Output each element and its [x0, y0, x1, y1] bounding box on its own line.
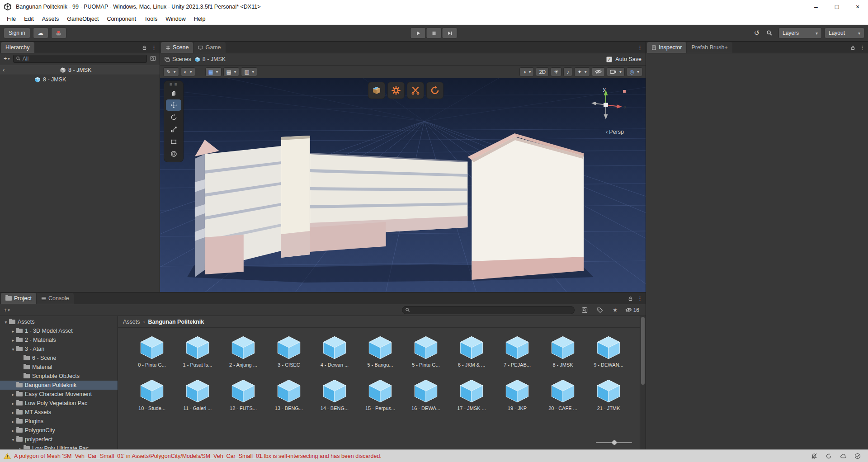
tree-row[interactable]: ▸ PolygonCity [0, 426, 118, 435]
asset-item[interactable]: 3 - CISEC [267, 334, 311, 368]
panel-menu-icon[interactable]: ⋮ [859, 44, 865, 51]
prefab-brush-erase-button[interactable] [407, 82, 424, 99]
2d-toggle-button[interactable]: 2D [536, 67, 549, 76]
foldout-arrow-icon[interactable]: ▾ [10, 347, 16, 352]
foldout-arrow-icon[interactable]: ▾ [10, 437, 16, 442]
open-in-search-icon[interactable] [579, 306, 590, 315]
asset-item[interactable]: 2 - Anjung ... [221, 334, 265, 368]
grid-snap-dropdown[interactable]: ▥ ▾ [241, 67, 257, 76]
tree-row[interactable]: 6 - Scene [0, 354, 118, 363]
lock-icon[interactable] [850, 45, 855, 50]
rect-tool-button[interactable] [166, 136, 181, 147]
minimize-button[interactable]: – [806, 0, 826, 14]
asset-item[interactable]: 5 - Pintu G... [404, 334, 448, 368]
asset-item[interactable]: 11 - Galeri ... [175, 377, 220, 411]
menu-item[interactable]: Window [161, 14, 189, 24]
cloud-services-button[interactable]: ☁ [33, 28, 48, 38]
draw-mode-dropdown[interactable]: ◐ ▾ [181, 67, 195, 76]
menu-item[interactable]: Tools [140, 14, 161, 24]
tool-settings-dropdown[interactable]: ✎ ▾ [163, 67, 179, 76]
asset-item[interactable]: 17 - JMSK ... [449, 377, 494, 411]
menu-item[interactable]: Edit [20, 14, 38, 24]
foldout-arrow-icon[interactable]: ▸ [10, 410, 16, 415]
asset-item[interactable]: 5 - Bangu... [358, 334, 402, 368]
status-bar[interactable]: A polygon of Mesh 'SM_Veh_Car_Small_01' … [0, 449, 868, 462]
scrollbar-thumb[interactable] [641, 317, 645, 385]
tab-hierarchy[interactable]: Hierarchy [1, 42, 34, 53]
hidden-count-badge[interactable]: 16 [625, 307, 639, 313]
hierarchy-body[interactable]: ‹ 8 - JMSK [0, 64, 160, 292]
grid-visibility-dropdown[interactable]: ▦ ▾ [205, 67, 222, 76]
tree-row[interactable]: ▸ Low Poly Vegetation Pac [0, 399, 118, 408]
asset-item[interactable]: 8 - JMSK [541, 334, 585, 368]
asset-item[interactable]: 13 - BENG... [267, 377, 311, 411]
menu-item[interactable]: GameObject [63, 14, 103, 24]
sign-in-button[interactable]: Sign in [4, 28, 30, 38]
asset-grid[interactable]: 0 - Pintu G... [118, 328, 646, 449]
tree-row[interactable]: ▸ Plugins [0, 417, 118, 426]
label-icon[interactable] [594, 306, 605, 315]
create-asset-button[interactable]: + ▾ [2, 307, 11, 313]
close-button[interactable]: × [847, 0, 868, 14]
thumbnail-zoom-slider[interactable] [596, 440, 632, 445]
hierarchy-search-input[interactable]: All [13, 55, 147, 63]
tab-scene[interactable]: Scene [161, 42, 193, 53]
asset-item[interactable]: 21 - JTMK [586, 377, 631, 411]
prefab-brush-settings-button[interactable] [387, 82, 405, 99]
foldout-arrow-icon[interactable]: ▸ [10, 428, 16, 433]
menu-item[interactable]: Assets [38, 14, 63, 24]
shading-dropdown[interactable]: ◑ ▾ [519, 67, 534, 76]
undo-history-button[interactable]: ↺ [750, 28, 763, 38]
asset-item[interactable]: 20 - CAFE ... [541, 377, 585, 411]
pause-button[interactable] [426, 28, 442, 38]
gizmos-dropdown[interactable]: ◎ ▾ [627, 67, 642, 76]
tab-project[interactable]: Project [1, 293, 36, 304]
tree-row[interactable]: ▾ polyperfect [0, 435, 118, 444]
asset-item[interactable]: 0 - Pintu G... [130, 334, 174, 368]
panel-menu-icon[interactable]: ⋮ [637, 44, 643, 51]
scenes-button[interactable]: Scenes [164, 56, 191, 62]
play-button[interactable] [410, 28, 426, 38]
scene-viewport[interactable]: ≡ ≡ [160, 78, 646, 292]
scene-visibility-toggle[interactable] [592, 67, 605, 76]
asset-item[interactable]: 6 - JKM & ... [449, 334, 494, 368]
foldout-arrow-icon[interactable]: ▸ [10, 392, 16, 397]
asset-item[interactable]: 19 - JKP [495, 377, 539, 411]
step-button[interactable] [442, 28, 458, 38]
scene-lighting-toggle[interactable]: ☀ [551, 67, 561, 76]
panel-menu-icon[interactable]: ⋮ [151, 44, 157, 51]
notifications-muted-icon[interactable] [810, 452, 818, 460]
lock-icon[interactable] [142, 45, 147, 50]
move-tool-button[interactable] [166, 99, 181, 111]
tab-console[interactable]: Console [37, 293, 74, 304]
add-gameobject-button[interactable]: + ▾ [2, 56, 11, 62]
hierarchy-item[interactable]: 8 - JMSK [0, 75, 160, 84]
asset-item[interactable]: 4 - Dewan ... [312, 334, 357, 368]
hand-tool-button[interactable] [166, 87, 181, 99]
menu-item[interactable]: Component [103, 14, 140, 24]
tree-row[interactable]: Scriptable ObJects [0, 372, 118, 381]
foldout-arrow-icon[interactable]: ▸ [10, 419, 16, 424]
transform-tool-button[interactable] [166, 148, 181, 160]
collapse-chevron-icon[interactable]: ‹ [3, 66, 5, 73]
search-button[interactable] [763, 28, 776, 38]
perspective-toggle[interactable]: ‹ Persp [606, 129, 624, 135]
tree-row[interactable]: ▸ Easy Character Movement [0, 390, 118, 399]
project-folder-tree[interactable]: ▾ Assets ▸ 1 - 3D Model Asset ▸ [0, 316, 118, 449]
tab-inspector[interactable]: Inspector [647, 42, 686, 53]
scale-tool-button[interactable] [166, 124, 181, 135]
tree-row[interactable]: ▾ 3 - Atan [0, 344, 118, 354]
camera-settings-dropdown[interactable]: ▾ [607, 67, 625, 76]
project-search-input[interactable] [402, 306, 575, 314]
asset-item[interactable]: 16 - DEWA... [404, 377, 448, 411]
tree-row[interactable]: ▸ MT Assets [0, 408, 118, 417]
foldout-arrow-icon[interactable]: ▸ [10, 338, 16, 343]
tree-row[interactable]: ▾ Assets [0, 317, 118, 326]
menu-item[interactable]: File [3, 14, 20, 24]
prefab-brush-place-button[interactable] [368, 82, 385, 99]
tree-row[interactable]: ▸ Low Poly Ultimate Pac [0, 444, 118, 449]
menu-item[interactable]: Help [190, 14, 210, 24]
vertical-scrollbar[interactable] [640, 316, 646, 449]
foldout-arrow-icon[interactable]: ▸ [17, 446, 24, 450]
breadcrumb-root[interactable]: Assets [123, 319, 140, 325]
